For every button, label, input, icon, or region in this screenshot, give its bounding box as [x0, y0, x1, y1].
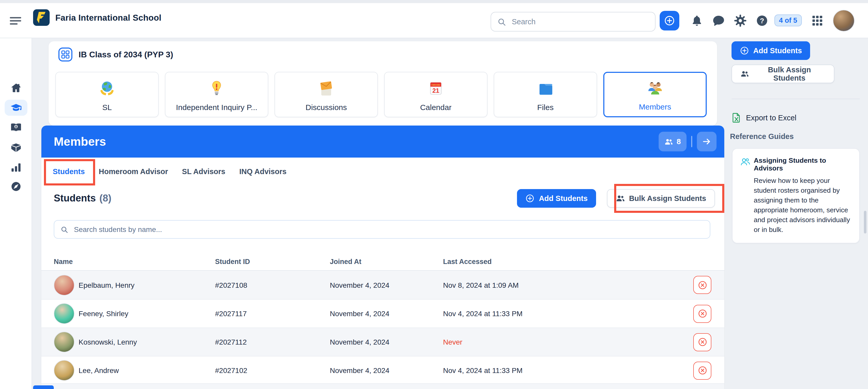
- last-accessed: Nov 4, 2024 at 11:33 PM: [443, 310, 689, 318]
- remove-icon: [697, 309, 708, 319]
- tab-homeroom-advisor[interactable]: Homeroom Advisor: [99, 167, 168, 176]
- student-avatar: [54, 303, 74, 324]
- bulk-assign-students-button[interactable]: Bulk Assign Students: [607, 189, 715, 208]
- remove-student-button[interactable]: [693, 361, 711, 380]
- guide-people-icon: [740, 157, 751, 167]
- banner-controls: 8: [659, 132, 716, 151]
- global-search[interactable]: [491, 12, 655, 32]
- class-tab-label: Members: [639, 102, 671, 111]
- class-title: IB Class of 2034 (PYP 3): [79, 50, 173, 59]
- student-name: Lee, Andrew: [79, 366, 215, 375]
- sidebar-item-cube[interactable]: [5, 139, 27, 156]
- svg-text:?: ?: [760, 17, 764, 25]
- plus-circle-icon: [740, 46, 749, 55]
- right-panel: Add Students Bulk Assign Students Export…: [730, 41, 864, 243]
- students-section-header: Students (8) Add Students Bulk Assign St…: [41, 187, 724, 210]
- reference-guides-heading: Reference Guides: [730, 132, 864, 140]
- home-icon: [10, 82, 22, 94]
- plus-circle-icon: [663, 15, 675, 26]
- class-tab-independent-inquiry-p[interactable]: Independent Inquiry P...: [165, 72, 268, 117]
- sidebar-item-graduation-cap[interactable]: [5, 100, 27, 116]
- global-search-input[interactable]: [511, 17, 649, 26]
- student-avatar: [54, 332, 74, 352]
- class-tab-sl[interactable]: SL: [55, 72, 159, 117]
- hamburger-menu-icon[interactable]: [9, 14, 22, 27]
- bulb-icon: [207, 79, 226, 99]
- svg-text:21: 21: [432, 87, 439, 94]
- table-row: Lee, Andrew#2027102November 4, 2024Nov 4…: [41, 356, 724, 384]
- sidebar-item-book-globe[interactable]: [5, 120, 27, 136]
- remove-student-button[interactable]: [693, 276, 711, 294]
- svg-text:Calendar: Calendar: [431, 84, 440, 86]
- remove-student-button[interactable]: [693, 333, 711, 351]
- class-tab-label: Files: [537, 103, 553, 111]
- gear-button[interactable]: [734, 14, 746, 27]
- globe-hands-icon: [97, 79, 117, 99]
- brand[interactable]: Faria International School: [33, 9, 161, 26]
- remove-icon: [697, 365, 708, 376]
- sidebar-item-compass[interactable]: [5, 178, 27, 194]
- remove-student-button[interactable]: [693, 304, 711, 323]
- export-to-excel-link[interactable]: Export to Excel: [732, 112, 797, 123]
- members-tabs: StudentsHomeroom AdvisorSL AdvisorsINQ A…: [53, 160, 286, 184]
- bar-chart-icon: [10, 162, 22, 173]
- bell-button[interactable]: [690, 14, 703, 27]
- class-tab-discussions[interactable]: Discussions: [275, 72, 378, 117]
- class-header: IB Class of 2034 (PYP 3): [58, 47, 173, 62]
- class-tab-label: Calendar: [420, 103, 452, 111]
- scrollbar-thumb[interactable]: [864, 211, 866, 233]
- excel-file-icon: [732, 112, 741, 123]
- class-tab-calendar[interactable]: Calendar21Calendar: [384, 72, 488, 117]
- student-id: #2027112: [215, 338, 330, 346]
- class-tab-cards: SLIndependent Inquiry P...DiscussionsCal…: [55, 72, 710, 117]
- students-search-input[interactable]: [73, 225, 704, 234]
- tab-sl-advisors[interactable]: SL Advisors: [182, 167, 225, 176]
- tab-students[interactable]: Students: [53, 167, 85, 176]
- sidebar-item-home[interactable]: [5, 80, 27, 96]
- last-accessed: Nov 8, 2024 at 1:09 AM: [443, 281, 689, 289]
- tab-inq-advisors[interactable]: INQ Advisors: [239, 167, 287, 176]
- add-students-button[interactable]: Add Students: [517, 189, 596, 208]
- last-accessed: Never: [443, 338, 689, 346]
- next-section-edge: [33, 385, 54, 389]
- class-tab-files[interactable]: Files: [494, 72, 597, 117]
- guide-card-assigning-students[interactable]: Assigning Students to Advisors Review ho…: [732, 148, 860, 243]
- sidebar-nav: [0, 38, 32, 389]
- joined-at: November 4, 2024: [330, 281, 443, 289]
- chat-button[interactable]: [712, 14, 724, 27]
- remove-icon: [697, 337, 708, 347]
- folder-icon: [535, 79, 555, 99]
- quick-add-button[interactable]: [659, 10, 679, 30]
- top-edge-strip: [0, 0, 868, 3]
- student-id: #2027102: [215, 366, 330, 375]
- students-table: Epelbaum, Henry#2027108November 4, 2024N…: [41, 271, 724, 384]
- bulk-assign-students-button[interactable]: Bulk Assign Students: [732, 65, 834, 83]
- members-panel: Members 8 StudentsHomeroom AdvisorSL Adv…: [41, 126, 724, 389]
- apps-grid-button[interactable]: [811, 14, 824, 27]
- students-search[interactable]: [54, 220, 710, 239]
- column-student-id: Student ID: [215, 258, 330, 265]
- divider: [732, 99, 860, 99]
- student-avatar: [54, 360, 74, 381]
- members-people-icon: [645, 78, 665, 98]
- expand-members-button[interactable]: [697, 132, 716, 151]
- class-tab-label: Independent Inquiry P...: [176, 103, 257, 111]
- table-row: Feeney, Shirley#2027117November 4, 2024N…: [41, 299, 724, 327]
- calendar-icon: Calendar21: [426, 79, 446, 99]
- search-icon: [497, 17, 506, 26]
- student-name: Feeney, Shirley: [79, 310, 215, 318]
- last-accessed: Nov 4, 2024 at 11:33 PM: [443, 366, 689, 375]
- add-students-button[interactable]: Add Students: [732, 41, 810, 60]
- class-grid-icon[interactable]: [58, 47, 72, 62]
- search-icon: [61, 226, 68, 233]
- help-usage-badge: 4 of 5: [774, 14, 802, 26]
- class-tab-members[interactable]: Members: [603, 72, 707, 117]
- help-button[interactable]: ?: [755, 14, 768, 27]
- sidebar-item-bar-chart[interactable]: [5, 159, 27, 175]
- graduation-cap-icon: [10, 102, 22, 114]
- joined-at: November 4, 2024: [330, 310, 443, 318]
- envelope-icon: [316, 79, 336, 99]
- member-count-button[interactable]: 8: [659, 132, 686, 151]
- student-id: #2027108: [215, 281, 330, 289]
- user-avatar[interactable]: [833, 9, 855, 31]
